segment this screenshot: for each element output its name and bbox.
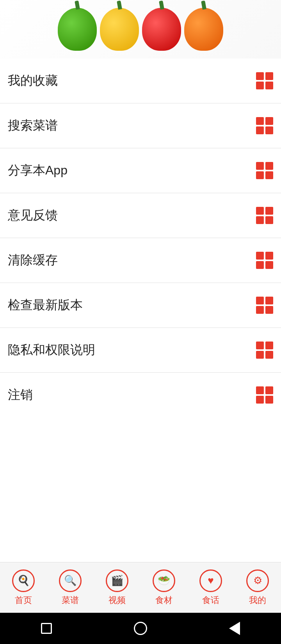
grid-icon-privacy bbox=[256, 342, 273, 359]
nav-item-foodtalk[interactable]: ♥食话 bbox=[187, 569, 234, 606]
menu-item-favorites[interactable]: 我的收藏 bbox=[0, 59, 281, 103]
square-icon bbox=[41, 623, 52, 634]
bottom-navigation: 🍳首页🔍菜谱🎬视频🥗食材♥食话⚙我的 bbox=[0, 562, 281, 613]
menu-label-check-version: 检查最新版本 bbox=[8, 297, 83, 314]
menu-item-privacy[interactable]: 隐私和权限说明 bbox=[0, 328, 281, 373]
grid-icon-favorites bbox=[256, 72, 273, 89]
peppers-illustration bbox=[54, 4, 227, 55]
nav-label-mine: 我的 bbox=[249, 594, 266, 606]
menu-label-share-app: 分享本App bbox=[8, 162, 68, 179]
nav-item-recipes[interactable]: 🔍菜谱 bbox=[47, 569, 94, 606]
orange-pepper bbox=[184, 8, 223, 51]
nav-label-recipes: 菜谱 bbox=[62, 594, 79, 606]
grid-icon-logout bbox=[256, 386, 273, 404]
menu-item-check-version[interactable]: 检查最新版本 bbox=[0, 283, 281, 328]
grid-icon-feedback bbox=[256, 207, 273, 224]
nav-icon-ingredients: 🥗 bbox=[153, 569, 175, 592]
nav-icon-recipes: 🔍 bbox=[59, 569, 82, 592]
grid-icon-clear-cache bbox=[256, 252, 273, 269]
nav-item-video[interactable]: 🎬视频 bbox=[94, 569, 140, 606]
menu-item-clear-cache[interactable]: 清除缓存 bbox=[0, 238, 281, 283]
nav-label-video: 视频 bbox=[108, 594, 126, 606]
grid-icon-check-version bbox=[256, 297, 273, 314]
yellow-pepper bbox=[100, 8, 139, 51]
red-pepper bbox=[142, 8, 181, 51]
nav-icon-foodtalk: ♥ bbox=[199, 569, 222, 592]
home-button[interactable] bbox=[134, 622, 147, 635]
menu-label-privacy: 隐私和权限说明 bbox=[8, 342, 95, 359]
back-button[interactable] bbox=[229, 622, 240, 635]
green-pepper bbox=[58, 8, 97, 51]
nav-icon-video: 🎬 bbox=[106, 569, 128, 592]
triangle-icon bbox=[229, 622, 240, 635]
header-image bbox=[0, 0, 281, 59]
menu-label-feedback: 意见反馈 bbox=[8, 207, 58, 224]
menu-label-logout: 注销 bbox=[8, 386, 33, 404]
grid-icon-search-recipe bbox=[256, 117, 273, 134]
menu-list: 我的收藏搜索菜谱分享本App意见反馈清除缓存检查最新版本隐私和权限说明注销 bbox=[0, 59, 281, 562]
menu-item-share-app[interactable]: 分享本App bbox=[0, 148, 281, 193]
nav-item-ingredients[interactable]: 🥗食材 bbox=[140, 569, 187, 606]
android-nav-bar bbox=[0, 613, 281, 644]
menu-item-feedback[interactable]: 意见反馈 bbox=[0, 193, 281, 238]
menu-label-search-recipe: 搜索菜谱 bbox=[8, 117, 58, 134]
nav-icon-mine: ⚙ bbox=[246, 569, 269, 592]
nav-item-home[interactable]: 🍳首页 bbox=[0, 569, 47, 606]
nav-label-home: 首页 bbox=[15, 594, 32, 606]
menu-label-clear-cache: 清除缓存 bbox=[8, 252, 58, 269]
nav-icon-home: 🍳 bbox=[12, 569, 35, 592]
recent-apps-button[interactable] bbox=[41, 623, 52, 634]
nav-item-mine[interactable]: ⚙我的 bbox=[234, 569, 281, 606]
circle-icon bbox=[134, 622, 147, 635]
nav-label-ingredients: 食材 bbox=[155, 594, 173, 606]
menu-item-logout[interactable]: 注销 bbox=[0, 373, 281, 417]
nav-label-foodtalk: 食话 bbox=[202, 594, 219, 606]
menu-item-search-recipe[interactable]: 搜索菜谱 bbox=[0, 103, 281, 148]
grid-icon-share-app bbox=[256, 162, 273, 179]
menu-label-favorites: 我的收藏 bbox=[8, 72, 58, 89]
